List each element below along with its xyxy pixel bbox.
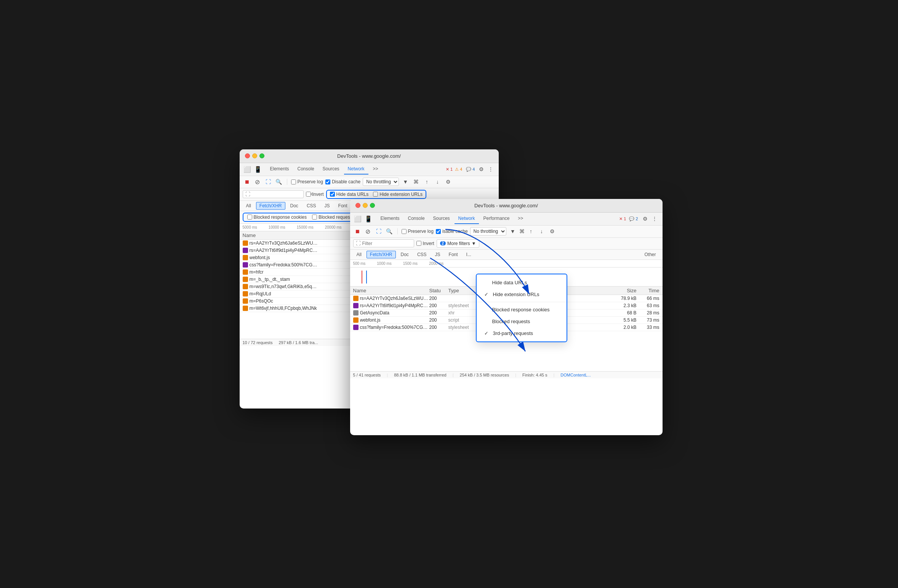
download-btn-bg[interactable]: ↓ <box>433 178 442 186</box>
settings2-btn-fg[interactable]: ⚙ <box>548 227 557 236</box>
row-status: 200 <box>429 310 448 316</box>
search-btn-fg[interactable]: 🔍 <box>385 227 394 236</box>
hide-data-urls-checkbox-bg[interactable] <box>330 192 335 197</box>
col-time-hdr-fg: Time <box>637 288 659 293</box>
tab-elements-bg[interactable]: Elements <box>266 164 293 175</box>
timeline-ruler-fg: 500 ms 1000 ms 1500 ms 2000 ms <box>350 260 663 268</box>
close-button[interactable] <box>245 154 250 159</box>
row-name: rs=AA2YrTt6If9d1pi4yP4MpRCU... <box>250 248 319 253</box>
minimize-button[interactable] <box>252 154 257 159</box>
menu-third-party[interactable]: 3rd-party requests <box>477 327 567 339</box>
preserve-log-checkbox-bg[interactable] <box>291 179 296 184</box>
menu-hide-ext-urls[interactable]: Hide extension URLs <box>477 288 567 300</box>
stop-recording-btn-bg[interactable]: ⏹ <box>243 178 251 186</box>
maximize-button[interactable] <box>259 154 264 159</box>
type-all-fg[interactable]: All <box>353 251 365 258</box>
ruler-10000-bg: 10000 ms <box>269 225 285 229</box>
settings-btn-bg[interactable]: ⚙ <box>477 165 486 173</box>
tab-elements-fg[interactable]: Elements <box>377 213 403 224</box>
type-css-fg[interactable]: CSS <box>414 251 430 258</box>
type-other-fg[interactable]: Other <box>641 251 659 258</box>
search-btn-bg[interactable]: 🔍 <box>275 178 283 186</box>
row-size: 78.9 kB <box>610 296 637 301</box>
hide-data-urls-label-bg[interactable]: Hide data URLs <box>330 192 369 197</box>
more-filters-button[interactable]: 2 More filters ▼ <box>437 239 480 248</box>
maximize-button-fg[interactable] <box>370 203 375 208</box>
tab-performance-fg[interactable]: Performance <box>480 213 514 224</box>
domcontent-fg: DOMContentL... <box>560 373 591 377</box>
invert-label-fg[interactable]: Invert <box>416 241 434 246</box>
blocked-requests-checkbox-bg[interactable] <box>312 215 317 219</box>
device-icon-fg[interactable]: 📱 <box>365 215 372 223</box>
inspector-icon[interactable]: ⬜ <box>243 166 251 173</box>
type-font-bg[interactable]: Font <box>335 202 351 210</box>
menu-hide-data-urls[interactable]: Hide data URLs <box>477 277 567 288</box>
col-size-hdr-fg: Size <box>610 288 637 293</box>
preserve-log-label-bg[interactable]: Preserve log <box>291 179 323 184</box>
tab-console-fg[interactable]: Console <box>404 213 429 224</box>
filter-btn-bg[interactable]: ⛶ <box>264 178 272 186</box>
download-btn-fg[interactable]: ↓ <box>538 227 546 236</box>
settings-btn-fg[interactable]: ⚙ <box>641 215 650 223</box>
row-icon <box>353 296 359 301</box>
type-doc-fg[interactable]: Doc <box>397 251 412 258</box>
type-fetchxhr-fg[interactable]: Fetch/XHR <box>367 251 396 258</box>
filter-input-bg[interactable] <box>252 192 309 197</box>
disable-cache-label-bg[interactable]: Disable cache <box>325 179 360 184</box>
invert-checkbox-bg[interactable] <box>306 192 311 197</box>
disable-cache-cb-fg[interactable] <box>436 229 441 234</box>
upload-btn-fg[interactable]: ↑ <box>527 227 535 236</box>
tab-network-bg[interactable]: Network <box>344 164 368 175</box>
type-font-fg[interactable]: Font <box>445 251 461 258</box>
throttle-icon-bg[interactable]: ▼ <box>401 178 410 186</box>
ruler-1500-fg: 1500 ms <box>403 261 418 266</box>
more-btn-bg[interactable]: ⋮ <box>487 165 495 173</box>
clear-btn-bg[interactable]: ⊘ <box>253 178 262 186</box>
blocked-cookies-label-bg[interactable]: Blocked response cookies <box>247 215 307 220</box>
type-img-fg[interactable]: I... <box>463 251 475 258</box>
blocked-requests-label-bg[interactable]: Blocked requests <box>312 215 354 220</box>
type-fetchxhr-bg[interactable]: Fetch/XHR <box>256 202 285 210</box>
hide-ext-urls-checkbox-bg[interactable] <box>373 192 378 197</box>
type-js-bg[interactable]: JS <box>321 202 333 210</box>
inspector-icon-fg[interactable]: ⬜ <box>354 215 362 223</box>
device-icon[interactable]: 📱 <box>254 166 262 173</box>
row-icon <box>243 269 248 275</box>
throttle-select-fg[interactable]: No throttling <box>470 227 506 236</box>
throttle-select-bg[interactable]: No throttling <box>363 178 399 186</box>
minimize-button-fg[interactable] <box>363 203 368 208</box>
filter-btn-fg[interactable]: ⛶ <box>375 227 383 236</box>
tab-more-bg[interactable]: >> <box>369 164 382 175</box>
tab-console-bg[interactable]: Console <box>294 164 318 175</box>
menu-blocked-cookies[interactable]: Blocked response cookies <box>477 304 567 316</box>
disable-cache-label-fg[interactable]: isable cache <box>436 229 468 234</box>
blocked-cookies-checkbox-bg[interactable] <box>247 215 252 219</box>
invert-cb-fg[interactable] <box>416 241 421 246</box>
throttle-chevron-fg[interactable]: ▼ <box>509 227 517 236</box>
type-css-bg[interactable]: CSS <box>303 202 320 210</box>
clear-btn-fg[interactable]: ⊘ <box>364 227 372 236</box>
tab-sources-fg[interactable]: Sources <box>429 213 454 224</box>
type-doc-bg[interactable]: Doc <box>287 202 302 210</box>
type-all-bg[interactable]: All <box>243 202 255 210</box>
preserve-log-label-fg[interactable]: Preserve log <box>402 229 434 234</box>
filter-input-fg[interactable] <box>362 241 419 246</box>
close-button-fg[interactable] <box>355 203 360 208</box>
more-btn-fg[interactable]: ⋮ <box>650 215 659 223</box>
preserve-log-cb-fg[interactable] <box>402 229 407 234</box>
ruler-2000-fg: 2000 ms <box>429 261 443 266</box>
tab-network-fg[interactable]: Network <box>455 213 479 224</box>
filter-input-wrap-bg: ⛶ ✕ <box>243 190 304 198</box>
invert-label-bg[interactable]: Invert <box>306 192 324 197</box>
separator-fg: | <box>387 373 388 377</box>
settings2-btn-bg[interactable]: ⚙ <box>444 178 452 186</box>
hide-ext-urls-label-bg[interactable]: Hide extension URLs <box>373 192 423 197</box>
menu-blocked-requests[interactable]: Blocked requests <box>477 316 567 327</box>
upload-btn-bg[interactable]: ↑ <box>423 178 431 186</box>
tab-more-fg[interactable]: >> <box>514 213 527 224</box>
tab-sources-bg[interactable]: Sources <box>319 164 343 175</box>
type-filters-fg: All Fetch/XHR Doc CSS JS Font I... Other <box>350 250 663 260</box>
disable-cache-checkbox-bg[interactable] <box>325 179 330 184</box>
stop-btn-fg[interactable]: ⏹ <box>353 227 362 236</box>
type-js-fg[interactable]: JS <box>432 251 444 258</box>
